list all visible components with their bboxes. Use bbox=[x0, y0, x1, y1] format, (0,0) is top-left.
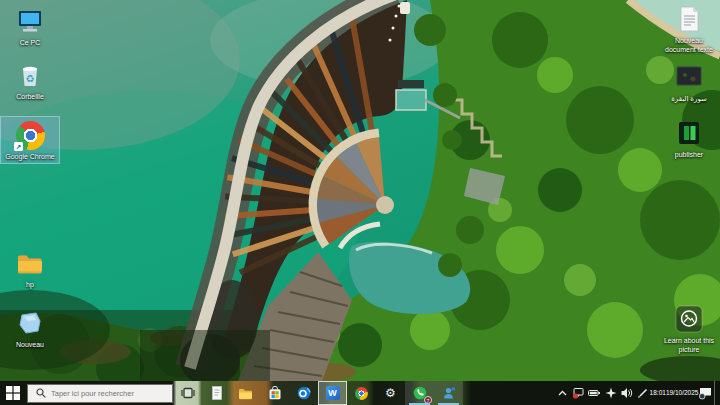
tray-app-alert[interactable] bbox=[571, 381, 586, 405]
word-icon: W bbox=[326, 386, 340, 400]
publisher-icon bbox=[673, 117, 705, 149]
taskbar-microsoft-store[interactable] bbox=[260, 381, 289, 405]
folder-icon bbox=[14, 247, 46, 279]
search-input[interactable] bbox=[51, 389, 161, 398]
svg-text:♻: ♻ bbox=[26, 73, 35, 84]
tray-clock[interactable]: 18:01 19/10/2025 bbox=[651, 381, 697, 405]
task-view-icon bbox=[181, 386, 195, 400]
picture-info-icon bbox=[673, 303, 705, 335]
file-explorer-icon bbox=[238, 387, 253, 400]
desktop-icon-sourat[interactable]: سورة البقرة bbox=[660, 59, 718, 105]
desktop-icon-nouveau[interactable]: Nouveau bbox=[1, 305, 59, 351]
video-file-icon bbox=[673, 61, 705, 93]
icon-label: hp bbox=[26, 280, 34, 289]
icon-label: Nouveau document texte bbox=[661, 36, 717, 54]
search-icon bbox=[36, 388, 46, 398]
monitor-alert-icon bbox=[572, 387, 585, 399]
icon-label: Google Chrome bbox=[5, 152, 54, 161]
speaker-icon bbox=[621, 387, 633, 399]
taskbar-search[interactable] bbox=[27, 384, 173, 403]
action-center-button[interactable] bbox=[698, 381, 713, 405]
chevron-up-icon bbox=[557, 388, 568, 399]
system-tray: 18:01 19/10/2025 bbox=[555, 381, 720, 405]
tray-network[interactable] bbox=[603, 381, 618, 405]
network-icon bbox=[605, 387, 617, 399]
windows-logo-icon bbox=[6, 386, 20, 400]
shortcut-arrow-icon: ↗ bbox=[14, 142, 23, 151]
microsoft-store-icon bbox=[268, 386, 282, 400]
outlook-icon bbox=[297, 386, 311, 400]
hidden-icons-chevron[interactable] bbox=[555, 381, 570, 405]
notification-bubble-icon bbox=[699, 386, 713, 400]
notification-badge: 7 bbox=[424, 396, 432, 404]
spotlight-learn-button[interactable]: Learn about this picture bbox=[660, 301, 718, 356]
icon-label: Ce PC bbox=[20, 38, 41, 47]
person-icon bbox=[442, 386, 456, 400]
icon-label: publisher bbox=[675, 150, 703, 159]
tray-volume[interactable] bbox=[619, 381, 634, 405]
wallpaper-image bbox=[0, 0, 720, 381]
taskbar-whatsapp[interactable]: 7 bbox=[405, 381, 434, 405]
taskbar-people[interactable] bbox=[434, 381, 463, 405]
taskbar-file-explorer[interactable] bbox=[231, 381, 260, 405]
chrome-icon: ↗ bbox=[14, 119, 46, 151]
blue-file-icon bbox=[14, 307, 46, 339]
computer-icon bbox=[14, 5, 46, 37]
tray-pen[interactable] bbox=[635, 381, 650, 405]
icon-label: سورة البقرة bbox=[671, 94, 707, 103]
desktop-icon-hp[interactable]: hp bbox=[1, 245, 59, 291]
taskbar-chrome[interactable] bbox=[347, 381, 376, 405]
recycle-bin-icon: ♻ bbox=[14, 59, 46, 91]
taskbar-settings[interactable]: ⚙ bbox=[376, 381, 405, 405]
icon-label: Corbeille bbox=[16, 92, 44, 101]
text-document-icon bbox=[673, 3, 705, 35]
taskbar: W ⚙ 7 bbox=[0, 381, 720, 405]
taskbar-notepad[interactable] bbox=[202, 381, 231, 405]
chrome-icon bbox=[355, 387, 368, 400]
windows-desktop: Ce PC ♻ Corbeille ↗ Google Chrome hp Nou… bbox=[0, 0, 720, 405]
taskbar-outlook[interactable] bbox=[289, 381, 318, 405]
desktop-icon-corbeille[interactable]: ♻ Corbeille bbox=[1, 57, 59, 103]
desktop-icon-ce-pc[interactable]: Ce PC bbox=[1, 3, 59, 49]
desktop-icon-publisher[interactable]: publisher bbox=[660, 115, 718, 161]
clock-time: 18:01 bbox=[650, 389, 666, 397]
start-button[interactable] bbox=[0, 381, 26, 405]
notepad-icon bbox=[210, 386, 224, 400]
pen-icon bbox=[637, 388, 648, 399]
gear-icon: ⚙ bbox=[385, 387, 396, 399]
clock-date: 19/10/2025 bbox=[666, 389, 699, 397]
tray-battery[interactable] bbox=[587, 381, 602, 405]
show-desktop-button[interactable] bbox=[714, 381, 717, 405]
icon-label: Learn about this picture bbox=[661, 336, 717, 354]
icon-label: Nouveau bbox=[16, 340, 44, 349]
battery-icon bbox=[588, 387, 601, 399]
desktop-icon-nouveau-document[interactable]: Nouveau document texte bbox=[660, 1, 718, 56]
desktop-icon-google-chrome[interactable]: ↗ Google Chrome bbox=[1, 117, 59, 163]
taskbar-word[interactable]: W bbox=[318, 381, 347, 405]
taskbar-task-view[interactable] bbox=[173, 381, 202, 405]
